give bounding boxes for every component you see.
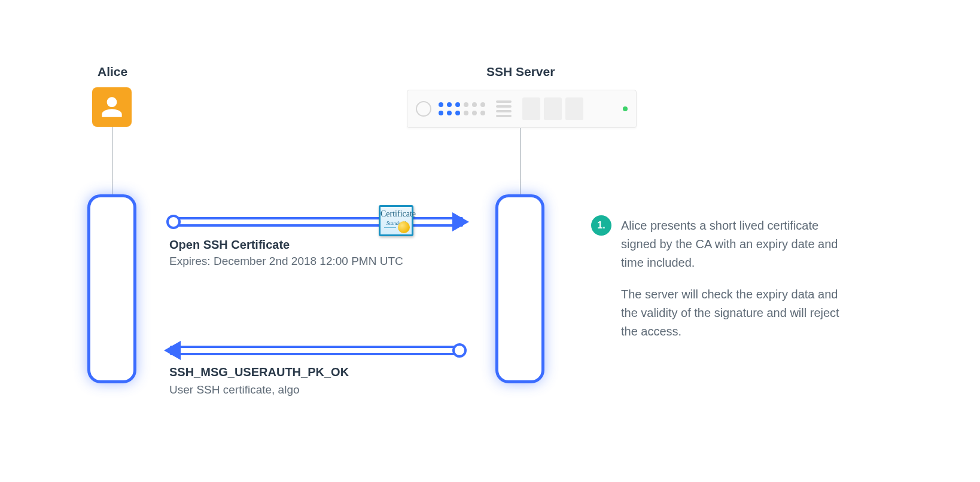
flow-origin-icon xyxy=(452,343,467,358)
step-para-2: The server will check the expiry data an… xyxy=(621,285,854,341)
server-slots xyxy=(522,97,583,120)
lifeline-alice xyxy=(87,194,136,383)
step-para-1: Alice presents a short lived certificate… xyxy=(621,216,854,272)
avatar-alice xyxy=(92,87,132,127)
step-description: Alice presents a short lived certificate… xyxy=(621,216,854,341)
actor-title-alice: Alice xyxy=(98,65,127,79)
server-dots xyxy=(439,102,485,115)
seal-icon xyxy=(398,221,410,233)
server-stripes xyxy=(496,100,512,117)
request-title: Open SSH Certificate xyxy=(169,238,290,252)
step-number: 1. xyxy=(597,220,605,231)
response-title: SSH_MSG_USERAUTH_PK_OK xyxy=(169,365,349,379)
user-icon xyxy=(100,95,124,119)
step-number-badge: 1. xyxy=(591,215,611,236)
connector-alice xyxy=(112,127,112,194)
flow-bar xyxy=(170,346,463,355)
actor-title-server: SSH Server xyxy=(486,65,555,79)
response-subtitle: User SSH certificate, algo xyxy=(169,383,300,396)
certificate-line xyxy=(384,227,396,228)
status-led-icon xyxy=(623,106,628,111)
arrow-right-icon xyxy=(452,212,469,231)
certificate-word: Certificate xyxy=(381,209,412,219)
power-icon xyxy=(416,101,431,117)
connector-server xyxy=(520,128,521,194)
server-device xyxy=(407,90,637,128)
flow-response xyxy=(170,343,463,358)
arrow-left-icon xyxy=(164,341,181,360)
flow-origin-icon xyxy=(166,215,181,229)
certificate-badge: Certificate Standard xyxy=(379,205,413,236)
flow-request xyxy=(170,214,463,230)
flow-bar xyxy=(170,217,463,227)
lifeline-server xyxy=(495,194,544,383)
diagram-canvas: Alice SSH Server Certificate Standard Op… xyxy=(0,0,980,482)
request-subtitle: Expires: December 2nd 2018 12:00 PMN UTC xyxy=(169,255,403,268)
